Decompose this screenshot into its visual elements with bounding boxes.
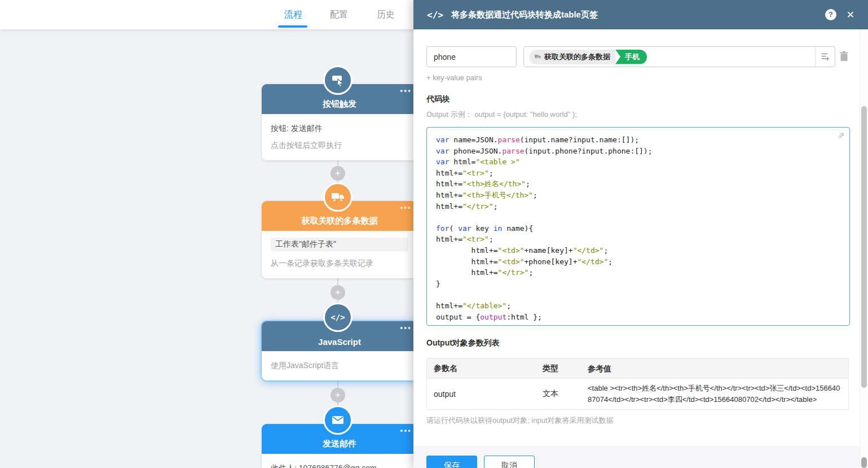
truck-icon (323, 182, 353, 212)
truck-icon (534, 53, 541, 60)
node-send-email[interactable]: ••• 发送邮件 收件人: 1076986776@qq.com 主题: 多数据邮… (262, 424, 417, 468)
add-node-button[interactable]: + (331, 388, 345, 403)
node-body: 收件人: 1076986776@qq.com 主题: 多数据邮件 (262, 454, 417, 468)
param-type-cell: 文本 (543, 389, 588, 399)
dialog-title: 将多条数据通过代码块转换成table页签 (451, 10, 825, 20)
add-key-value-button[interactable]: + key-value pairs (426, 73, 482, 82)
scrollbar-thumb-bottom[interactable] (861, 457, 867, 468)
code-section-label: 代码块 (426, 94, 450, 104)
node-get-related-records[interactable]: ••• 获取关联的多条数据 工作表"邮件子表" 从一条记录获取多条关联记录 (262, 201, 417, 278)
save-button[interactable]: 保存 (426, 456, 477, 468)
node-button-trigger[interactable]: ••• 按钮触发 按钮: 发送邮件 点击按钮后立即执行 (262, 84, 417, 160)
node-detail: 点击按钮后立即执行 (271, 137, 408, 154)
button-trigger-icon (323, 65, 353, 95)
node-detail: 从一条记录获取多条关联记录 (271, 255, 408, 272)
javascript-node-dialog: </> 将多条数据通过代码块转换成table页签 ? ✕ 获取关联的多条数据 手… (413, 0, 868, 468)
col-param-name: 参数名 (427, 364, 543, 374)
active-tab-underline (278, 25, 307, 28)
tab-history[interactable]: 历史 (370, 9, 402, 21)
node-more-menu[interactable]: ••• (400, 203, 412, 212)
delete-pair-button[interactable] (839, 51, 849, 62)
code-editor[interactable]: ⇗ var name=JSON.parse(input.name?input.n… (426, 127, 850, 326)
param-ref-value-cell: <table ><tr><th>姓名</th><th>手机号</th></tr>… (588, 383, 848, 405)
node-detail: 收件人: 1076986776@qq.com (271, 460, 408, 468)
dialog-footer (413, 446, 868, 468)
help-icon[interactable]: ? (825, 9, 836, 20)
node-title: 发送邮件 (262, 439, 417, 449)
add-node-button[interactable]: + (331, 285, 345, 300)
table-row: output 文本 <table ><tr><th>姓名</th><th>手机号… (427, 379, 848, 409)
insert-field-button[interactable] (815, 47, 835, 67)
output-section-label: Output对象参数列表 (426, 338, 500, 348)
trash-icon (839, 51, 849, 62)
worksheet-chip: 工作表"邮件子表" (271, 238, 408, 251)
param-value-field[interactable]: 获取关联的多条数据 手机 (523, 46, 835, 67)
param-name-cell: output (427, 390, 543, 399)
dialog-header: </> 将多条数据通过代码块转换成table页签 ? ✕ (413, 0, 868, 29)
code-content: var name=JSON.parse(input.name?input.nam… (436, 134, 840, 322)
cancel-button[interactable]: 取消 (484, 456, 535, 468)
node-body: 按钮: 发送邮件 点击按钮后立即执行 (262, 114, 417, 160)
param-key-input[interactable] (426, 46, 517, 67)
scrollbar-thumb[interactable] (861, 106, 867, 388)
node-detail: 按钮: 发送邮件 (271, 120, 408, 137)
node-title: JavaScript (262, 337, 417, 347)
node-javascript[interactable]: </> ••• JavaScript 使用JavaScript语言 (262, 321, 417, 380)
list-plus-icon (821, 52, 830, 62)
envelope-icon (323, 405, 353, 435)
node-detail: 使用JavaScript语言 (271, 357, 408, 374)
close-icon[interactable]: ✕ (847, 9, 854, 21)
node-title: 获取关联的多条数据 (262, 216, 417, 226)
node-more-menu[interactable]: ••• (400, 426, 412, 435)
run-code-note: 请运行代码块以获得output对象; input对象将采用测试数据 (426, 415, 614, 426)
node-body: 工作表"邮件子表" 从一条记录获取多条关联记录 (262, 231, 417, 278)
source-node-pill: 获取关联的多条数据 (529, 50, 615, 64)
tab-config[interactable]: 配置 (323, 9, 355, 21)
field-name-tag: 手机 (615, 50, 647, 64)
tab-flow[interactable]: 流程 (277, 9, 309, 21)
node-more-menu[interactable]: ••• (400, 86, 412, 95)
expand-icon[interactable]: ⇗ (838, 130, 845, 141)
table-header-row: 参数名 类型 参考值 (427, 358, 848, 379)
add-node-button[interactable]: + (331, 166, 345, 181)
col-type: 类型 (543, 364, 588, 374)
top-tab-bar: 流程 配置 历史 (0, 0, 417, 29)
code-icon: </> (427, 10, 443, 20)
workflow-canvas[interactable]: ••• 按钮触发 按钮: 发送邮件 点击按钮后立即执行 + ••• 获取关联的多… (0, 29, 417, 468)
dialog-scrollbar[interactable] (860, 29, 868, 468)
node-title: 按钮触发 (262, 99, 417, 110)
output-params-table: 参数名 类型 参考值 output 文本 <table ><tr><th>姓名<… (426, 358, 849, 410)
col-ref-value: 参考值 (588, 363, 848, 374)
source-node-label: 获取关联的多条数据 (544, 52, 610, 62)
node-more-menu[interactable]: ••• (400, 323, 412, 333)
code-icon: </> (323, 303, 353, 332)
output-example-hint: Output 示例： output = {output: "hello worl… (426, 110, 577, 120)
field-tag[interactable]: 获取关联的多条数据 手机 (529, 50, 647, 64)
node-body: 使用JavaScript语言 (262, 351, 417, 380)
